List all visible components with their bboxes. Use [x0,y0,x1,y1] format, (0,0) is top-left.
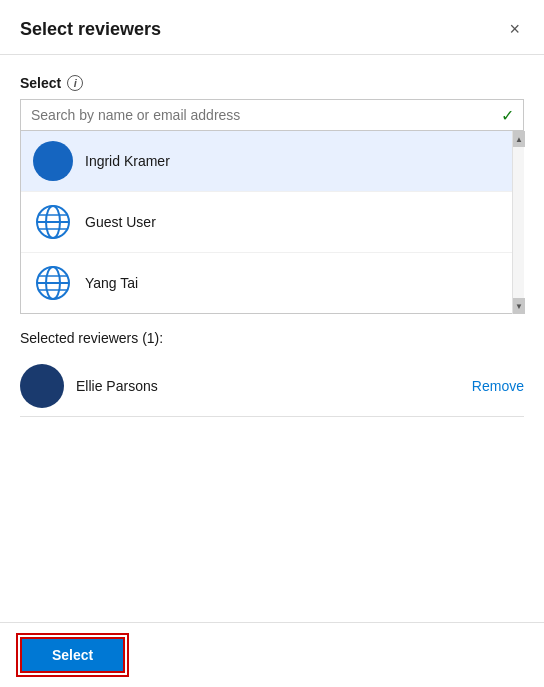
select-label: Select [20,75,61,91]
dialog-footer: Select [0,622,544,687]
selected-item-ellie: Ellie Parsons Remove [20,356,524,417]
search-checkmark-icon: ✓ [501,106,514,125]
search-input[interactable] [20,99,524,131]
user-name-yang: Yang Tai [85,275,138,291]
search-container: ✓ [20,99,524,131]
select-reviewers-dialog: Select reviewers × Select i ✓ Ingrid Kra… [0,0,544,687]
scroll-down-button[interactable]: ▼ [513,298,525,314]
dropdown-item-ingrid[interactable]: Ingrid Kramer [21,131,523,192]
user-name-ingrid: Ingrid Kramer [85,153,170,169]
dialog-header: Select reviewers × [0,0,544,55]
select-label-row: Select i [20,75,524,91]
dialog-body: Select i ✓ Ingrid Kramer [0,55,544,622]
selected-name-ellie: Ellie Parsons [76,378,460,394]
dialog-title: Select reviewers [20,19,161,40]
dropdown-wrapper: Ingrid Kramer Guest User [20,131,524,314]
avatar-ellie [20,364,64,408]
remove-ellie-button[interactable]: Remove [472,378,524,394]
selected-section: Selected reviewers (1): Ellie Parsons Re… [20,330,524,427]
avatar-globe-yang [33,263,73,303]
user-name-guest: Guest User [85,214,156,230]
scrollbar[interactable]: ▲ ▼ [512,131,524,314]
dropdown-list: Ingrid Kramer Guest User [20,131,524,314]
avatar-globe-guest [33,202,73,242]
selected-reviewers-label: Selected reviewers (1): [20,330,524,346]
dropdown-item-yang[interactable]: Yang Tai [21,253,523,313]
avatar-ingrid [33,141,73,181]
close-button[interactable]: × [505,16,524,42]
dropdown-item-guest[interactable]: Guest User [21,192,523,253]
select-button[interactable]: Select [20,637,125,673]
scroll-up-button[interactable]: ▲ [513,131,525,147]
info-icon: i [67,75,83,91]
